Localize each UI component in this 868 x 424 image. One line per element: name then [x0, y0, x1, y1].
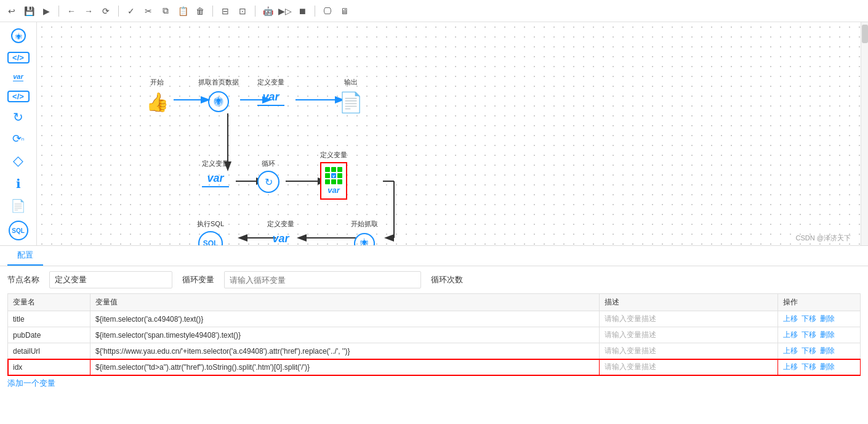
- node-start[interactable]: 开始 👍: [145, 78, 169, 114]
- grid1-icon[interactable]: ⊟: [219, 4, 232, 18]
- config-area: 节点名称 循环变量 循环次数 变量名 变量值 描述 操作 title${item…: [0, 266, 868, 424]
- paste-icon[interactable]: 📋: [176, 4, 190, 18]
- col-desc: 描述: [599, 294, 778, 311]
- check-icon[interactable]: ✓: [124, 4, 138, 18]
- cell-var-value: ${item.selector('a.c49408').text()}: [90, 311, 600, 327]
- bottom-panel: 配置 节点名称 循环变量 循环次数 变量名 变量值 描述 操作: [0, 245, 868, 424]
- bottom-tabs: 配置: [0, 246, 868, 266]
- cell-action: 上移下移删除: [778, 311, 860, 327]
- scrollbar-thumb[interactable]: [862, 25, 868, 43]
- cell-var-value: ${item.selector("td>a").attr("href").toS…: [90, 359, 600, 375]
- cell-var-value: ${item.selector('span.timestyle49408').t…: [90, 327, 600, 343]
- loop-count-label: 循环次数: [431, 274, 463, 285]
- sidebar-item-var[interactable]: var: [6, 71, 31, 83]
- cell-desc: 请输入变量描述: [599, 327, 778, 343]
- action-删除[interactable]: 删除: [820, 330, 835, 339]
- action-下移[interactable]: 下移: [802, 362, 816, 371]
- action-上移[interactable]: 上移: [783, 346, 798, 355]
- sidebar-item-refresh[interactable]: ↻: [6, 110, 31, 124]
- main-area: 🕷 </> var </> ↻ ⟳n ◇ ℹ 📄 SQL: [0, 22, 868, 245]
- sidebar-item-crawl[interactable]: 🕷: [6, 27, 31, 44]
- grid2-icon[interactable]: ⊡: [236, 4, 249, 18]
- action-下移[interactable]: 下移: [802, 330, 816, 339]
- node-output[interactable]: 输出 📄: [339, 78, 363, 114]
- play-step-icon[interactable]: ▶▷: [278, 4, 292, 18]
- undo-icon[interactable]: ↩: [5, 4, 18, 18]
- node-start-crawl[interactable]: 开始抓取 🕷: [351, 219, 378, 245]
- sidebar-item-diamond[interactable]: ◇: [6, 153, 31, 169]
- var-tbody: title${item.selector('a.c49408').text()}…: [8, 311, 861, 375]
- canvas[interactable]: 开始 👍 抓取首页数据 🕷 定义变量 var 输出 📄 定义: [37, 22, 861, 245]
- node-define-var3[interactable]: 定义变量 v var: [320, 150, 347, 200]
- node-define-var4[interactable]: 定义变量 var: [267, 219, 294, 245]
- robot-icon[interactable]: 🤖: [261, 4, 275, 18]
- cell-desc: 请输入变量描述: [599, 343, 778, 359]
- sidebar-item-doc[interactable]: 📄: [6, 198, 31, 213]
- copy-icon[interactable]: ⧉: [159, 4, 172, 18]
- add-var-link[interactable]: 添加一个变量: [7, 378, 55, 389]
- action-上移[interactable]: 上移: [783, 314, 798, 323]
- svg-text:🕷: 🕷: [15, 33, 22, 40]
- sidebar-item-info[interactable]: ℹ: [6, 176, 31, 191]
- node-loop[interactable]: 循环 ↻: [257, 159, 279, 193]
- col-var-value: 变量值: [90, 294, 600, 311]
- cell-action: 上移下移删除: [778, 359, 860, 375]
- config-row: 节点名称 循环变量 循环次数: [7, 271, 861, 288]
- var-table-wrapper: 变量名 变量值 描述 操作 title${item.selector('a.c4…: [7, 293, 861, 419]
- cell-var-name: title: [8, 311, 90, 327]
- cell-var-value: ${'https://www.yau.edu.cn/'+item.selecto…: [90, 343, 600, 359]
- monitor2-icon[interactable]: 🖥: [338, 4, 352, 18]
- node-name-input[interactable]: [49, 271, 172, 288]
- stop-icon[interactable]: ⏹: [295, 4, 309, 18]
- loop-var-input[interactable]: [224, 271, 421, 288]
- cell-desc: 请输入变量描述: [599, 311, 778, 327]
- sidebar-item-sql[interactable]: SQL: [6, 221, 31, 240]
- right-scrollbar[interactable]: [861, 22, 868, 245]
- table-row: pubDate${item.selector('span.timestyle49…: [8, 327, 861, 343]
- col-var-name: 变量名: [8, 294, 90, 311]
- action-删除[interactable]: 删除: [820, 362, 835, 371]
- delete-icon[interactable]: 🗑: [193, 4, 207, 18]
- sidebar-item-loop[interactable]: ⟳n: [6, 132, 31, 145]
- cut-icon[interactable]: ✂: [142, 4, 155, 18]
- node-define-var2[interactable]: 定义变量 var: [202, 159, 229, 187]
- cell-var-name: idx: [8, 359, 90, 375]
- sidebar-item-code2[interactable]: </>: [7, 91, 30, 102]
- svg-text:🕷: 🕷: [360, 238, 369, 245]
- cell-var-name: pubDate: [8, 327, 90, 343]
- action-删除[interactable]: 删除: [820, 346, 835, 355]
- action-下移[interactable]: 下移: [802, 346, 816, 355]
- cell-var-name: detailUrl: [8, 343, 90, 359]
- action-上移[interactable]: 上移: [783, 330, 798, 339]
- table-row: detailUrl${'https://www.yau.edu.cn/'+ite…: [8, 343, 861, 359]
- cell-action: 上移下移删除: [778, 327, 860, 343]
- table-row: title${item.selector('a.c49408').text()}…: [8, 311, 861, 327]
- tab-config[interactable]: 配置: [7, 246, 43, 266]
- table-row: idx${item.selector("td>a").attr("href").…: [8, 359, 861, 375]
- save-icon[interactable]: 💾: [22, 4, 36, 18]
- action-删除[interactable]: 删除: [820, 314, 835, 323]
- sidebar: 🕷 </> var </> ↻ ⟳n ◇ ℹ 📄 SQL: [0, 22, 37, 245]
- node-crawl[interactable]: 抓取首页数据 🕷: [198, 78, 239, 114]
- action-上移[interactable]: 上移: [783, 362, 798, 371]
- sidebar-item-code[interactable]: </>: [7, 52, 30, 63]
- node-define-var1[interactable]: 定义变量 var: [257, 78, 284, 106]
- svg-text:🕷: 🕷: [214, 96, 223, 106]
- var-table: 变量名 变量值 描述 操作 title${item.selector('a.c4…: [7, 293, 861, 375]
- cell-desc: 请输入变量描述: [599, 359, 778, 375]
- node-exec-sql[interactable]: 执行SQL SQL: [197, 219, 224, 245]
- cell-action: 上移下移删除: [778, 343, 860, 359]
- col-action: 操作: [778, 294, 860, 311]
- back-icon[interactable]: ←: [65, 4, 78, 18]
- forward-icon[interactable]: →: [82, 4, 95, 18]
- monitor1-icon[interactable]: 🖵: [321, 4, 334, 18]
- watermark: CSDN @泽济天下: [796, 234, 851, 243]
- action-下移[interactable]: 下移: [802, 314, 816, 323]
- history-icon[interactable]: ⟳: [99, 4, 113, 18]
- loop-var-label: 循环变量: [182, 274, 214, 285]
- toolbar: ↩ 💾 ▶ ← → ⟳ ✓ ✂ ⧉ 📋 🗑 ⊟ ⊡ 🤖 ▶▷ ⏹ 🖵 🖥: [0, 0, 868, 22]
- node-name-label: 节点名称: [7, 274, 39, 285]
- run-icon[interactable]: ▶: [39, 4, 53, 18]
